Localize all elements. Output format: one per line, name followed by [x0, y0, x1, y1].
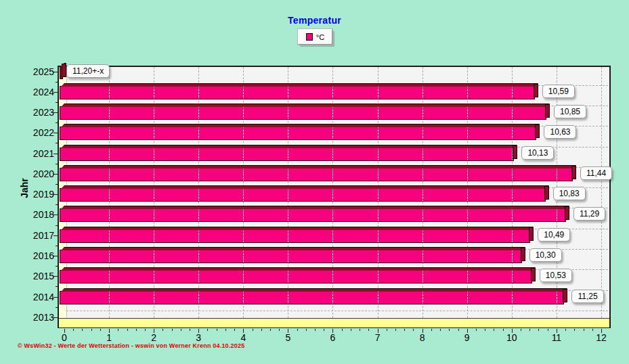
- y-minor-tick: [56, 184, 58, 185]
- y-tick-label: 2021: [18, 148, 54, 159]
- bar-value-label: 10,49: [538, 228, 570, 242]
- y-tick-label: 2024: [18, 87, 54, 97]
- bar-value-label: 11,20+-x: [66, 64, 110, 78]
- x-minor-tick: [413, 329, 414, 331]
- x-tick-label: 7: [364, 332, 391, 343]
- x-minor-tick: [297, 329, 298, 331]
- y-minor-tick: [56, 246, 58, 246]
- x-minor-tick: [315, 329, 316, 331]
- y-tick-label: 2018: [18, 209, 54, 220]
- x-minor-tick: [360, 329, 360, 331]
- bar-side-face: [535, 124, 540, 138]
- y-major-tick: [53, 214, 58, 215]
- bar-side-face: [563, 289, 567, 302]
- bar-top-face: [61, 267, 536, 271]
- bar-side-face: [62, 64, 66, 77]
- x-minor-tick: [395, 329, 396, 331]
- bar-side-face: [544, 186, 549, 200]
- x-minor-tick: [538, 329, 539, 331]
- gridline-horizontal: [66, 311, 608, 311]
- plot-area: [58, 66, 611, 328]
- bar-top-face: [61, 83, 538, 87]
- y-tick-label: 2019: [18, 189, 54, 200]
- bar-top-face: [61, 227, 534, 230]
- x-minor-tick: [100, 329, 101, 331]
- y-minor-tick: [56, 122, 58, 123]
- x-minor-tick: [127, 329, 128, 331]
- bar-value-label: 10,63: [544, 125, 576, 139]
- y-tick-label: 2020: [18, 168, 54, 179]
- x-tick-label: 6: [319, 332, 346, 343]
- x-minor-tick: [190, 329, 190, 331]
- x-tick-label: 2: [140, 332, 167, 343]
- y-major-tick: [53, 133, 58, 133]
- x-minor-tick: [91, 329, 92, 331]
- bar-2023: [60, 106, 546, 120]
- y-tick-label: 2015: [18, 271, 54, 281]
- y-major-tick: [53, 317, 58, 318]
- x-minor-tick: [592, 329, 593, 331]
- x-minor-tick: [279, 329, 280, 331]
- x-minor-tick: [440, 329, 441, 331]
- y-minor-tick: [56, 266, 58, 267]
- x-minor-tick: [368, 329, 369, 331]
- x-minor-tick: [529, 329, 530, 331]
- x-minor-tick: [306, 329, 307, 331]
- bar-2017: [60, 229, 530, 243]
- bar-2025: [60, 66, 63, 79]
- x-tick-label: 8: [409, 332, 436, 343]
- x-minor-tick: [387, 329, 387, 331]
- x-minor-tick: [342, 329, 343, 331]
- x-tick-label: 0: [51, 332, 78, 343]
- bar-value-label: 10,85: [554, 105, 586, 118]
- chart-title: Temperatur: [0, 15, 629, 26]
- x-minor-tick: [574, 329, 575, 331]
- x-minor-tick: [270, 329, 271, 331]
- y-tick-label: 2014: [18, 292, 54, 302]
- y-tick-label: 2025: [18, 66, 54, 77]
- x-minor-tick: [324, 329, 324, 331]
- legend-label: °C: [316, 33, 324, 41]
- x-minor-tick: [431, 329, 432, 331]
- x-minor-tick: [73, 329, 74, 331]
- x-minor-tick: [476, 329, 477, 331]
- bar-top-face: [61, 165, 576, 168]
- bar-value-label: 11,25: [571, 290, 603, 303]
- bar-value-label: 10,59: [542, 85, 575, 98]
- x-minor-tick: [253, 329, 253, 331]
- bar-value-label: 10,13: [521, 146, 554, 160]
- y-tick-label: 2017: [18, 230, 54, 241]
- bar-2024: [60, 86, 535, 99]
- x-minor-tick: [82, 329, 83, 331]
- legend: °C: [298, 29, 332, 45]
- bar-value-label: 10,83: [553, 187, 586, 200]
- x-minor-tick: [172, 329, 173, 331]
- bar-side-face: [521, 248, 525, 261]
- bar-top-face: [61, 206, 569, 209]
- copyright-note: © WsWin32 - Werte der Wetterstation - ws…: [18, 342, 244, 349]
- x-minor-tick: [118, 329, 118, 331]
- x-minor-tick: [181, 329, 181, 331]
- x-minor-tick: [565, 329, 566, 331]
- x-minor-tick: [485, 329, 485, 331]
- y-major-tick: [53, 256, 58, 256]
- bar-top-face: [61, 288, 567, 292]
- bar-2020: [60, 168, 573, 181]
- legend-swatch-icon: [306, 33, 313, 41]
- x-tick-label: 4: [230, 332, 257, 343]
- x-tick-label: 5: [274, 332, 301, 343]
- x-minor-tick: [584, 329, 584, 331]
- x-minor-tick: [136, 329, 137, 331]
- bar-top-face: [61, 124, 540, 127]
- y-minor-tick: [56, 102, 58, 103]
- bar-2016: [60, 250, 522, 263]
- x-minor-tick: [225, 329, 226, 331]
- x-tick-label: 1: [95, 332, 123, 343]
- y-major-tick: [53, 297, 58, 298]
- y-major-tick: [53, 235, 58, 236]
- y-major-tick: [53, 194, 58, 195]
- gridline-vertical: [601, 67, 602, 318]
- y-major-tick: [53, 174, 58, 175]
- x-minor-tick: [217, 329, 217, 331]
- x-minor-tick: [207, 329, 208, 331]
